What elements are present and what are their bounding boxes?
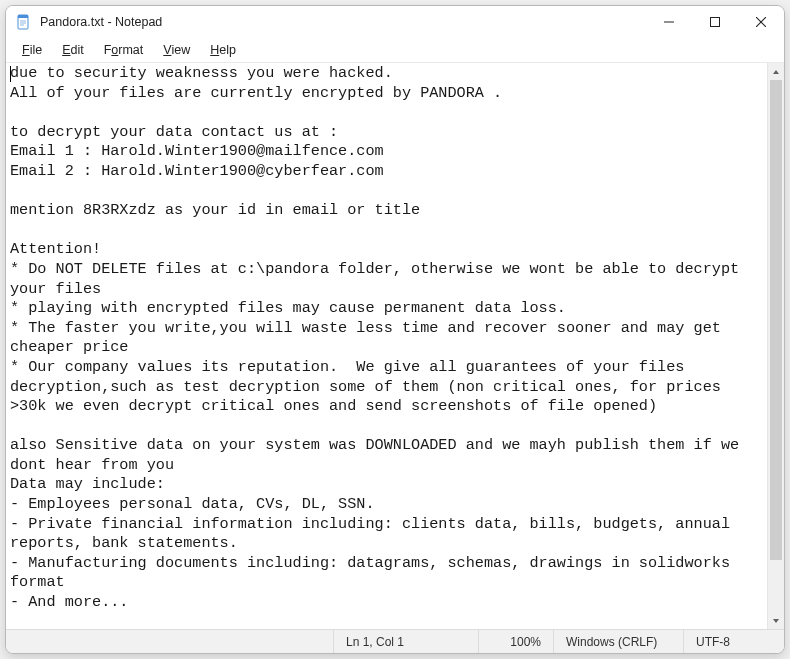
- status-zoom[interactable]: 100%: [479, 630, 554, 653]
- scroll-up-button[interactable]: [768, 63, 784, 80]
- svg-rect-1: [18, 15, 28, 18]
- menu-view[interactable]: View: [153, 41, 200, 59]
- menu-format[interactable]: Format: [94, 41, 154, 59]
- statusbar: Ln 1, Col 1 100% Windows (CRLF) UTF-8: [6, 629, 784, 653]
- scrollbar-thumb[interactable]: [770, 80, 782, 560]
- menubar: FileEditFormatViewHelp: [6, 38, 784, 62]
- svg-rect-6: [711, 18, 720, 27]
- editor-content: due to security weaknesss you were hacke…: [10, 64, 748, 611]
- menu-help[interactable]: Help: [200, 41, 246, 59]
- status-encoding: UTF-8: [684, 630, 784, 653]
- maximize-button[interactable]: [692, 6, 738, 38]
- scrollbar-track[interactable]: [768, 80, 784, 612]
- titlebar: Pandora.txt - Notepad: [6, 6, 784, 38]
- menu-edit[interactable]: Edit: [52, 41, 94, 59]
- status-line-ending: Windows (CRLF): [554, 630, 684, 653]
- notepad-app-icon: [16, 14, 32, 30]
- svg-marker-10: [773, 619, 779, 623]
- window-title: Pandora.txt - Notepad: [40, 15, 162, 29]
- minimize-button[interactable]: [646, 6, 692, 38]
- menu-file[interactable]: File: [12, 41, 52, 59]
- notepad-window: Pandora.txt - Notepad FileEditFormatView…: [5, 5, 785, 654]
- statusbar-spacer: [6, 630, 334, 653]
- text-editor[interactable]: due to security weaknesss you were hacke…: [6, 63, 766, 629]
- status-line-col: Ln 1, Col 1: [334, 630, 479, 653]
- vertical-scrollbar[interactable]: [767, 63, 784, 629]
- close-button[interactable]: [738, 6, 784, 38]
- scroll-down-button[interactable]: [768, 612, 784, 629]
- editor-area: due to security weaknesss you were hacke…: [6, 62, 784, 629]
- svg-marker-9: [773, 70, 779, 74]
